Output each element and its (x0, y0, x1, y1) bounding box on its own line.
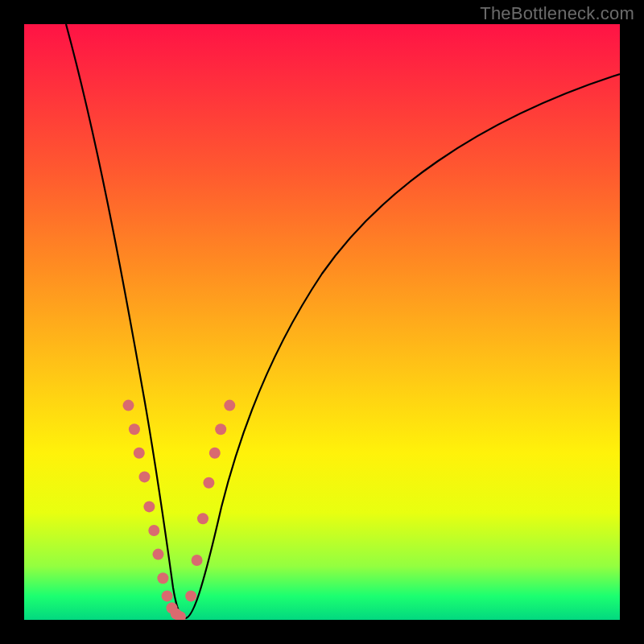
curve-layer (24, 24, 620, 620)
chart-frame: TheBottleneck.com (0, 0, 644, 644)
data-marker (197, 513, 208, 524)
data-marker (157, 572, 168, 584)
plot-area (24, 24, 620, 620)
left-branch-curve (66, 24, 185, 618)
data-marker (209, 448, 221, 459)
data-marker (148, 525, 159, 536)
right-branch-curve (185, 74, 620, 618)
watermark-text: TheBottleneck.com (480, 3, 634, 24)
data-marker (192, 555, 203, 566)
data-marker (224, 400, 235, 411)
data-marker (143, 501, 155, 512)
data-marker (162, 590, 173, 601)
data-marker (153, 549, 164, 560)
data-marker (185, 590, 196, 601)
marker-group (123, 400, 236, 620)
data-marker (123, 400, 134, 411)
data-marker (139, 471, 151, 482)
data-marker (203, 477, 214, 489)
data-marker (215, 423, 226, 435)
data-marker (134, 448, 145, 459)
data-marker (129, 423, 140, 435)
